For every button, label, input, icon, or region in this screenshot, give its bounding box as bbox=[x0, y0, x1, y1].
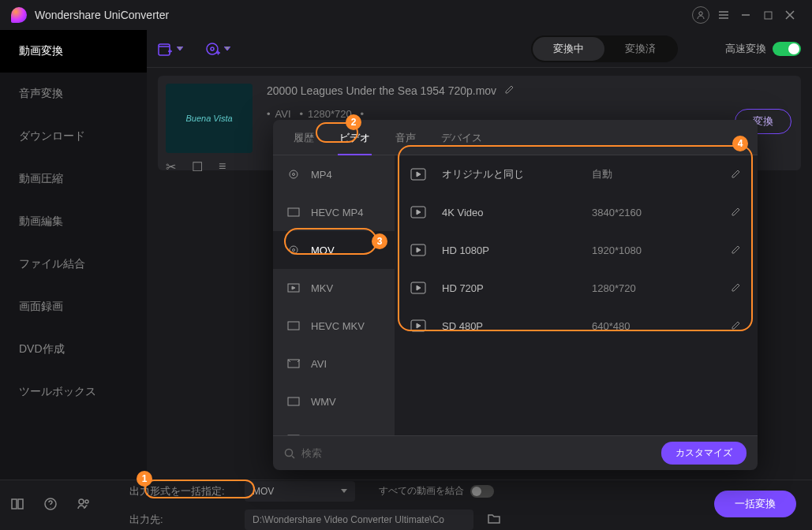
file-format: AVI bbox=[275, 108, 291, 120]
minimize-icon[interactable] bbox=[735, 4, 757, 26]
annotation-highlight bbox=[284, 228, 377, 255]
file-name: 20000 Leagues Under the Sea 1954 720p.mo… bbox=[267, 84, 496, 97]
format-list: MP4 HEVC MP4 MOV MKV HEVC MKV AVI WMV M4… bbox=[273, 155, 395, 435]
format-mkv[interactable]: MKV bbox=[273, 269, 395, 307]
annotation-badge: 4 bbox=[732, 136, 748, 151]
file-thumbnail[interactable]: Buena Vista bbox=[166, 84, 253, 153]
search-placeholder: 検索 bbox=[301, 446, 322, 461]
sidebar-item-merge[interactable]: ファイル結合 bbox=[0, 243, 147, 286]
add-file-button[interactable] bbox=[158, 42, 183, 56]
sidebar-item-label: 画面録画 bbox=[19, 300, 63, 314]
annotation-badge: 1 bbox=[137, 471, 152, 487]
sidebar-item-record[interactable]: 画面録画 bbox=[0, 286, 147, 328]
sidebar-item-label: 動画変換 bbox=[19, 44, 63, 58]
merge-toggle[interactable] bbox=[470, 485, 494, 498]
toolbar: 変換中 変換済 高速変換 bbox=[147, 30, 812, 68]
svg-point-5 bbox=[290, 170, 297, 178]
format-mp4[interactable]: MP4 bbox=[273, 155, 395, 193]
maximize-icon[interactable] bbox=[757, 4, 779, 26]
feedback-icon[interactable] bbox=[77, 498, 90, 513]
format-avi[interactable]: AVI bbox=[273, 345, 395, 383]
annotation-highlight bbox=[144, 480, 255, 498]
svg-rect-2 bbox=[159, 44, 170, 55]
segment-converted[interactable]: 変換済 bbox=[604, 37, 676, 61]
segment-converting[interactable]: 変換中 bbox=[533, 37, 604, 61]
annotation-highlight bbox=[398, 145, 753, 331]
app-title: Wondershare UniConverter bbox=[35, 9, 692, 21]
svg-point-0 bbox=[699, 12, 702, 15]
edit-filename-icon[interactable] bbox=[504, 84, 515, 97]
titlebar: Wondershare UniConverter bbox=[0, 0, 812, 30]
sidebar-item-label: ツールボックス bbox=[19, 385, 96, 399]
add-disc-button[interactable] bbox=[205, 42, 230, 56]
help-icon[interactable] bbox=[44, 498, 57, 513]
sidebar-item-label: 動画編集 bbox=[19, 215, 63, 229]
sidebar-item-label: DVD作成 bbox=[19, 342, 65, 356]
sidebar-item-label: ダウンロード bbox=[19, 129, 85, 144]
fast-convert-toggle[interactable] bbox=[773, 42, 801, 56]
sidebar: 動画変換 音声変換 ダウンロード 動画圧縮 動画編集 ファイル結合 画面録画 D… bbox=[0, 30, 147, 480]
cut-icon[interactable]: ✂ bbox=[166, 159, 176, 174]
svg-rect-11 bbox=[288, 322, 299, 330]
svg-rect-13 bbox=[288, 398, 299, 405]
svg-point-22 bbox=[79, 499, 84, 504]
search-input[interactable]: 検索 bbox=[284, 446, 661, 461]
account-icon[interactable] bbox=[692, 6, 709, 24]
file-resolution: 1280*720 bbox=[308, 108, 352, 120]
fast-convert-label: 高速変換 bbox=[725, 42, 766, 56]
sidebar-item-label: 動画圧縮 bbox=[19, 172, 63, 186]
convert-all-button[interactable]: 一括変換 bbox=[714, 491, 796, 517]
tab-history[interactable]: 履歴 bbox=[292, 128, 316, 148]
merge-label: すべての動画を結合 bbox=[379, 484, 464, 498]
sidebar-item-label: 音声変換 bbox=[19, 87, 63, 101]
svg-rect-7 bbox=[288, 208, 299, 216]
status-segmented: 変換中 変換済 bbox=[531, 35, 678, 62]
crop-icon[interactable]: ☐ bbox=[192, 159, 203, 174]
sidebar-item-download[interactable]: ダウンロード bbox=[0, 115, 147, 158]
tutorial-icon[interactable] bbox=[11, 498, 24, 513]
svg-point-3 bbox=[207, 43, 218, 54]
annotation-badge: 2 bbox=[346, 114, 361, 130]
list-icon[interactable]: ≡ bbox=[219, 159, 226, 174]
svg-point-20 bbox=[286, 449, 293, 456]
sidebar-item-edit[interactable]: 動画編集 bbox=[0, 200, 147, 243]
svg-point-4 bbox=[211, 47, 214, 50]
bottombar: 出力形式を一括指定: MOV すべての動画を結合 出力先: D:\Wonders… bbox=[0, 480, 812, 530]
customize-button[interactable]: カスタマイズ bbox=[661, 442, 747, 465]
sidebar-item-dvd[interactable]: DVD作成 bbox=[0, 328, 147, 371]
svg-point-6 bbox=[293, 174, 295, 176]
svg-rect-1 bbox=[765, 12, 772, 19]
format-m4v[interactable]: M4V bbox=[273, 420, 395, 435]
format-hevc-mp4[interactable]: HEVC MP4 bbox=[273, 193, 395, 231]
sidebar-item-video-convert[interactable]: 動画変換 bbox=[0, 30, 147, 73]
annotation-badge: 3 bbox=[372, 233, 387, 249]
menu-icon[interactable] bbox=[713, 4, 735, 26]
app-logo-icon bbox=[11, 7, 27, 23]
browse-folder-icon[interactable] bbox=[488, 513, 500, 526]
sidebar-item-compress[interactable]: 動画圧縮 bbox=[0, 158, 147, 200]
output-format-select[interactable]: MOV bbox=[245, 481, 355, 502]
sidebar-item-audio-convert[interactable]: 音声変換 bbox=[0, 73, 147, 115]
format-hevc-mkv[interactable]: HEVC MKV bbox=[273, 307, 395, 345]
svg-point-23 bbox=[85, 500, 88, 503]
output-path-label: 出力先: bbox=[129, 513, 237, 527]
close-icon[interactable] bbox=[779, 4, 801, 26]
sidebar-item-label: ファイル結合 bbox=[19, 257, 85, 271]
output-path-field[interactable]: D:\Wondershare Video Converter Ultimate\… bbox=[245, 509, 473, 530]
format-wmv[interactable]: WMV bbox=[273, 383, 395, 420]
fast-convert-row: 高速変換 bbox=[725, 42, 801, 56]
sidebar-item-toolbox[interactable]: ツールボックス bbox=[0, 371, 147, 413]
